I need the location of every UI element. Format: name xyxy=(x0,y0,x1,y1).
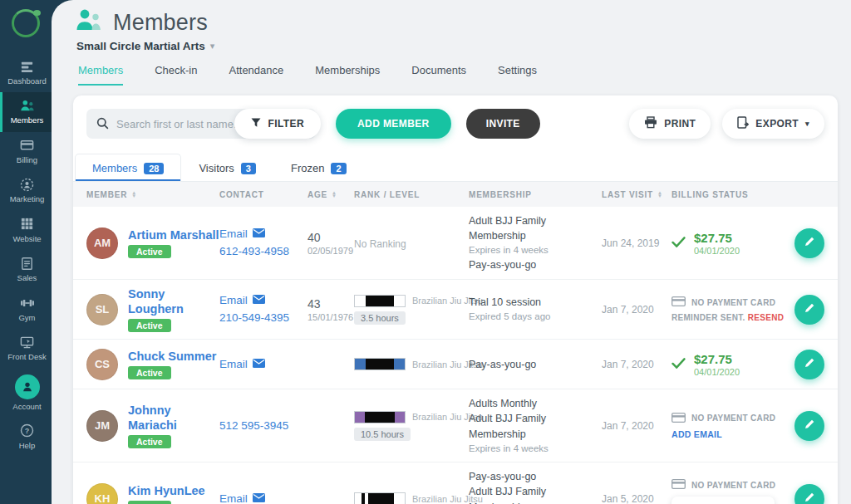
pencil-icon xyxy=(804,302,815,316)
print-button[interactable]: PRINT xyxy=(629,109,711,139)
sort-icon: ▲▼ xyxy=(657,191,663,198)
sidebar-item-account[interactable]: Account xyxy=(0,369,52,418)
email-link[interactable]: Email xyxy=(219,292,265,309)
age-value: 40 xyxy=(307,231,354,244)
resend-link[interactable]: RESEND xyxy=(748,313,784,322)
edit-member-button[interactable] xyxy=(794,228,824,258)
subtab-members[interactable]: Members28 xyxy=(75,154,181,181)
search-icon xyxy=(96,117,109,133)
filter-label: FILTER xyxy=(268,118,304,130)
tab-memberships[interactable]: Memberships xyxy=(315,64,380,86)
filter-button[interactable]: FILTER xyxy=(234,109,321,139)
age-value: 43 xyxy=(307,297,354,311)
member-name-link[interactable]: Chuck Summer xyxy=(128,349,216,364)
rank-cell: Brazilian Jiu Jitsu3.5 hours xyxy=(354,295,469,325)
table-row: KHKim HyunLeeActiveEmailBrazilian Jiu Ji… xyxy=(73,462,838,504)
email-link[interactable]: Email xyxy=(219,356,265,373)
column-header-member[interactable]: MEMBER▲▼ xyxy=(86,190,219,199)
phone-link[interactable]: 612-493-4958 xyxy=(219,243,307,260)
sidebar-item-members[interactable]: Members xyxy=(0,92,52,131)
avatar[interactable]: KH xyxy=(86,483,118,504)
phone-link[interactable]: 210-549-4395 xyxy=(219,310,307,326)
email-link[interactable]: Email xyxy=(219,226,265,242)
add-email-link[interactable]: ADD EMAIL xyxy=(671,429,722,439)
membership-cell: Adult BJJ Family MembershipExpires in 4 … xyxy=(469,207,602,279)
sidebar-item-website[interactable]: Website xyxy=(0,211,52,250)
column-label: BILLING STATUS xyxy=(671,190,749,199)
sidebar-item-sales[interactable]: Sales xyxy=(0,250,52,289)
export-label: EXPORT xyxy=(755,118,799,130)
sidebar-item-label: Billing xyxy=(17,156,37,164)
edit-member-button[interactable] xyxy=(794,350,824,379)
frontdesk-icon xyxy=(20,335,34,350)
sidebar-item-dashboard[interactable]: Dashboard xyxy=(0,53,52,92)
column-header-age[interactable]: AGE▲▼ xyxy=(307,190,354,199)
status-badge: Active xyxy=(128,366,171,379)
subtab-label: Frozen xyxy=(291,162,324,174)
tab-members[interactable]: Members xyxy=(78,64,123,86)
avatar[interactable]: SL xyxy=(86,294,118,325)
sidebar-item-billing[interactable]: Billing xyxy=(0,132,52,171)
last-visit-date: Jan 7, 2020 xyxy=(602,420,671,432)
sidebar-item-label: Website xyxy=(12,235,41,243)
email-label: Email xyxy=(219,226,248,242)
account-icon xyxy=(15,374,40,399)
member-name-link[interactable]: Sonny Loughern xyxy=(128,286,219,316)
avatar[interactable]: CS xyxy=(86,349,118,380)
rank-cell: Brazilian Jiu Jitsu xyxy=(354,492,469,504)
tab-settings[interactable]: Settings xyxy=(498,64,537,86)
tab-attendance[interactable]: Attendance xyxy=(229,64,283,86)
membership-line: Adult BJJ Family Membership xyxy=(469,484,595,504)
search-wrap: FILTER xyxy=(86,109,316,139)
tab-documents[interactable]: Documents xyxy=(411,64,466,86)
member-name-link[interactable]: Kim HyunLee xyxy=(128,483,205,498)
column-label: CONTACT xyxy=(219,190,264,199)
last-visit-date: Jan 5, 2020 xyxy=(602,493,671,504)
hours-badge: 3.5 hours xyxy=(354,311,406,325)
dashboard-icon xyxy=(20,59,34,74)
send-reminder-button[interactable]: SEND REMINDER xyxy=(671,497,775,504)
email-link[interactable]: Email xyxy=(219,491,265,504)
email-label: Email xyxy=(219,356,248,373)
avatar[interactable]: JM xyxy=(86,410,118,442)
member-name-link[interactable]: Johnny Mariachi xyxy=(128,403,219,433)
sidebar-item-label: Front Desk xyxy=(7,353,46,361)
sort-icon: ▲▼ xyxy=(332,191,337,198)
edit-member-button[interactable] xyxy=(794,411,824,441)
invite-button[interactable]: INVITE xyxy=(466,109,540,139)
sidebar-item-help[interactable]: ?Help xyxy=(0,418,52,457)
toolbar-right: PRINT EXPORT ▾ xyxy=(629,109,824,139)
belt-rank-graphic xyxy=(354,295,406,307)
email-label: Email xyxy=(219,491,248,504)
membership-line: Adults Monthly xyxy=(469,396,595,411)
status-badge: Active xyxy=(128,319,171,332)
edit-member-button[interactable] xyxy=(794,484,824,504)
subtab-frozen[interactable]: Frozen2 xyxy=(273,154,364,181)
add-member-button[interactable]: ADD MEMBER xyxy=(336,109,451,139)
org-selector[interactable]: Small Circle Martial Arts ▾ xyxy=(76,40,838,52)
tab-check-in[interactable]: Check-in xyxy=(155,64,197,86)
subtab-visitors[interactable]: Visitors3 xyxy=(181,154,273,181)
phone-link[interactable]: 512 595-3945 xyxy=(219,418,307,434)
column-header-membership: MEMBERSHIP xyxy=(469,190,602,199)
member-name-link[interactable]: Artium Marshall xyxy=(128,228,219,242)
sidebar-item-gym[interactable]: Gym xyxy=(0,290,52,329)
marketing-icon xyxy=(20,177,34,192)
sidebar-item-marketing[interactable]: Marketing xyxy=(0,171,52,210)
billing-cell: NO PAYMENT CARDREMINDER SENT. RESEND xyxy=(671,296,793,322)
main-area: Members Small Circle Martial Arts ▾ Memb… xyxy=(52,0,851,504)
column-header-contact: CONTACT xyxy=(219,190,307,199)
sidebar: DashboardMembersBillingMarketingWebsiteS… xyxy=(0,0,52,504)
billing-icon xyxy=(20,138,34,153)
export-button[interactable]: EXPORT ▾ xyxy=(722,109,824,139)
table-row: JMJohnny MariachiActive512 595-3945Brazi… xyxy=(73,389,838,462)
edit-member-button[interactable] xyxy=(794,295,824,325)
sidebar-item-front-desk[interactable]: Front Desk xyxy=(0,329,52,368)
sidebar-item-label: Help xyxy=(19,442,36,450)
org-name: Small Circle Martial Arts xyxy=(76,40,205,52)
sales-icon xyxy=(20,256,34,271)
membership-cell: Pay-as-you-go xyxy=(469,350,602,379)
avatar[interactable]: AM xyxy=(86,228,118,259)
column-header-last-visit[interactable]: LAST VISIT▲▼ xyxy=(602,190,671,199)
members-title-icon xyxy=(75,8,103,37)
